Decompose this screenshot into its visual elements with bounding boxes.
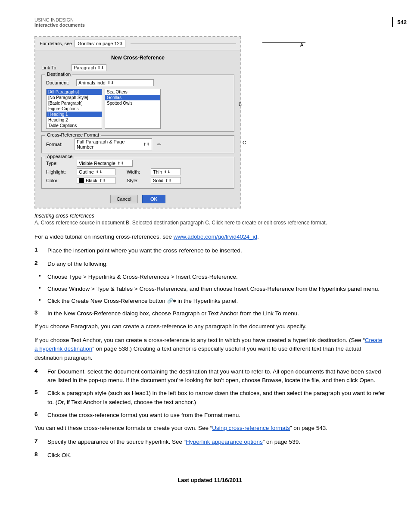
para-item-sea[interactable]: Sea Otters <box>105 89 160 95</box>
bullet1-dot: • <box>39 273 47 281</box>
style-item-heading2[interactable]: Heading 2 <box>47 117 102 123</box>
link-to-arrow: ⬆⬇ <box>97 65 104 70</box>
bullet-1: • Choose Type > Hyperlinks & Cross-Refer… <box>34 273 385 281</box>
cancel-button[interactable]: Cancel <box>110 195 138 203</box>
page-header: USING INDESIGN Interactive documents <box>34 17 385 28</box>
content-intro: For a video tutorial on inserting cross-… <box>34 233 385 241</box>
step-7: 7 Specify the appearance of the source h… <box>34 438 385 446</box>
style-arrow: ⬆⬇ <box>165 178 172 183</box>
highlight-arrow: ⬆⬇ <box>96 170 103 174</box>
step-8: 8 Click OK. <box>34 451 385 460</box>
step-3: 3 In the New Cross-Reference dialog box,… <box>34 309 385 318</box>
button-icon: 🔗✱ <box>167 298 176 304</box>
step6-text: Choose the cross-reference format you wa… <box>47 411 385 420</box>
label-b: B <box>239 102 242 107</box>
link-to-label: Link To: <box>41 65 72 70</box>
label-c: C <box>243 140 246 145</box>
styles-panel[interactable]: [All Paragraphs] [No Paragraph Style] [B… <box>46 89 102 129</box>
highlight-select[interactable]: Outline ⬆⬇ <box>77 168 115 175</box>
style-label: Style: <box>127 178 148 183</box>
step5-text: Click a paragraph style (such as Head1) … <box>47 389 385 407</box>
step7-num: 7 <box>34 438 47 446</box>
type-row: Type: Visible Rectangle ⬆⬇ <box>46 160 230 167</box>
source-link-box: Gorillas' on page 123 <box>75 40 125 47</box>
paragraphs-panel[interactable]: Sea Otters Gorillas Spotted Owls <box>105 89 161 129</box>
para2-text: If you choose Text Anchor, you can creat… <box>34 336 385 362</box>
step8-text: Click OK. <box>47 451 385 460</box>
para-item-owls[interactable]: Spotted Owls <box>105 100 160 106</box>
color-label: Color: <box>46 178 74 183</box>
width-label: Width: <box>127 169 148 174</box>
bullet-2: • Choose Window > Type & Tables > Cross-… <box>34 285 385 293</box>
dialog-screenshot: For details, see Gorillas' on page 123 N… <box>34 36 241 208</box>
header-main: USING INDESIGN <box>34 17 385 22</box>
format-group-title: Cross-Reference Format <box>45 132 101 137</box>
bullet-3: • Click the Create New Cross-Reference b… <box>34 297 385 305</box>
para3-link[interactable]: Using cross-reference formats <box>212 425 290 431</box>
width-select[interactable]: Thin ⬆⬇ <box>151 168 181 175</box>
style-select[interactable]: Solid ⬆⬇ <box>151 177 181 184</box>
link-to-row: Link To: Paragraph ⬆⬇ <box>41 64 234 71</box>
style-item-heading1[interactable]: Heading 1 <box>47 112 102 117</box>
step7-text: Specify the appearance of the source hyp… <box>47 438 385 446</box>
dialog-buttons: Cancel OK <box>41 192 234 203</box>
step1-num: 1 <box>34 246 47 255</box>
width-arrow: ⬆⬇ <box>164 170 171 174</box>
bullet3-text: Click the Create New Cross-Reference but… <box>47 297 385 305</box>
style-item-all[interactable]: [All Paragraphs] <box>47 89 102 95</box>
intro-paragraph: For a video tutorial on inserting cross-… <box>34 233 385 241</box>
edit-format-button[interactable]: ✏ <box>157 142 161 147</box>
caption-title: Inserting cross-references <box>34 213 385 219</box>
para-1: If you choose Paragraph, you can create … <box>34 322 385 331</box>
step-6: 6 Choose the cross-reference format you … <box>34 411 385 420</box>
step-1: 1 Place the insertion point where you wa… <box>34 246 385 255</box>
color-style-row: Color: Black ⬆⬇ Style: Solid ⬆⬇ <box>46 177 230 184</box>
step3-text: In the New Cross-Reference dialog box, c… <box>47 309 385 318</box>
para-3: You can edit these cross-reference forma… <box>34 424 385 432</box>
style-item-table[interactable]: Table Captions <box>47 123 102 128</box>
type-arrow: ⬆⬇ <box>117 161 124 165</box>
type-select[interactable]: Visible Rectangle ⬆⬇ <box>77 160 133 167</box>
type-label: Type: <box>46 161 74 166</box>
label-a: A <box>300 42 303 47</box>
dialog-title: New Cross-Reference <box>41 55 234 61</box>
document-row: Document: Animals.indd ⬆⬇ <box>46 79 230 86</box>
format-label: Format: <box>46 142 72 147</box>
style-item-figure[interactable]: Figure Captions <box>47 106 102 112</box>
step4-num: 4 <box>34 367 47 385</box>
para-item-gorillas[interactable]: Gorillas <box>105 95 160 100</box>
step2-text: Do any of the following: <box>47 260 385 268</box>
link-to-select[interactable]: Paragraph ⬆⬇ <box>72 64 106 71</box>
document-label: Document: <box>46 80 76 85</box>
color-select[interactable]: Black ⬆⬇ <box>77 177 115 184</box>
para-2: If you choose Text Anchor, you can creat… <box>34 336 385 362</box>
highlight-label: Highlight: <box>46 169 74 174</box>
color-arrow: ⬆⬇ <box>99 178 106 183</box>
caption-description: A. Cross-reference source in document B.… <box>34 220 385 226</box>
document-select[interactable]: Animals.indd ⬆⬇ <box>76 79 154 86</box>
ok-button[interactable]: OK <box>142 195 166 203</box>
bullet3-dot: • <box>39 297 47 305</box>
page-footer: Last updated 11/16/2011 <box>34 468 385 488</box>
format-group: Cross-Reference Format Format: Full Para… <box>41 135 234 153</box>
page-number: 542 <box>392 17 411 27</box>
step5-num: 5 <box>34 389 47 407</box>
highlight-width-row: Highlight: Outline ⬆⬇ Width: Thin ⬆⬇ <box>46 168 230 175</box>
bullet2-text: Choose Window > Type & Tables > Cross-Re… <box>47 285 385 293</box>
color-swatch <box>79 178 84 183</box>
bullet1-text: Choose Type > Hyperlinks & Cross-Referen… <box>47 273 385 281</box>
step7-link[interactable]: Hyperlink appearance options <box>186 439 263 445</box>
format-select[interactable]: Full Paragraph & Page Number ⬆⬇ <box>75 138 152 150</box>
style-item-basic[interactable]: [Basic Paragraph] <box>47 100 102 106</box>
format-arrow: ⬆⬇ <box>143 142 150 146</box>
step-5: 5 Click a paragraph style (such as Head1… <box>34 389 385 407</box>
step4-text: For Document, select the document contai… <box>47 367 385 385</box>
para1-text: If you choose Paragraph, you can create … <box>34 322 385 331</box>
style-item-nopara[interactable]: [No Paragraph Style] <box>47 95 102 100</box>
intro-link[interactable]: www.adobe.com/go/lrvid4024_id <box>174 233 257 240</box>
destination-content: Document: Animals.indd ⬆⬇ [All Paragraph… <box>46 79 230 129</box>
step1-text: Place the insertion point where you want… <box>47 246 385 255</box>
page-container: 542 USING INDESIGN Interactive documents… <box>0 0 411 532</box>
step-4: 4 For Document, select the document cont… <box>34 367 385 385</box>
dialog-inner: New Cross-Reference Link To: Paragraph ⬆… <box>35 50 240 208</box>
